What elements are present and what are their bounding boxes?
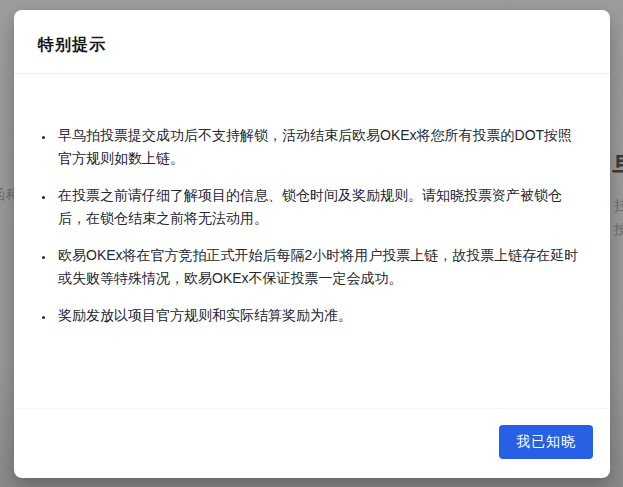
backdrop-fragment-right-small-top: 挂 [614,197,623,214]
notice-dialog: 特别提示 早鸟拍投票提交成功后不支持解锁，活动结束后欧易OKEx将您所有投票的D… [14,10,610,478]
notice-item: 欧易OKEx将在官方竞拍正式开始后每隔2小时将用户投票上链，故投票上链存在延时或… [55,244,586,290]
dialog-body: 早鸟拍投票提交成功后不支持解锁，活动结束后欧易OKEx将您所有投票的DOT按照官… [14,74,610,408]
backdrop-fragment-left: 函稀 [0,186,14,204]
dialog-title: 特别提示 [38,35,586,56]
backdrop-fragment-right-small-bottom: 按 [614,221,623,238]
dialog-header: 特别提示 [14,10,610,73]
backdrop-fragment-right-large: 早 [612,152,623,186]
notice-item: 奖励发放以项目官方规则和实际结算奖励为准。 [55,304,586,327]
notice-list: 早鸟拍投票提交成功后不支持解锁，活动结束后欧易OKEx将您所有投票的DOT按照官… [38,124,586,327]
notice-item: 早鸟拍投票提交成功后不支持解锁，活动结束后欧易OKEx将您所有投票的DOT按照官… [55,124,586,170]
confirm-button[interactable]: 我已知晓 [499,425,593,459]
dialog-footer: 我已知晓 [14,409,610,478]
notice-item: 在投票之前请仔细了解项目的信息、锁仓时间及奖励规则。请知晓投票资产被锁仓后，在锁… [55,184,586,230]
